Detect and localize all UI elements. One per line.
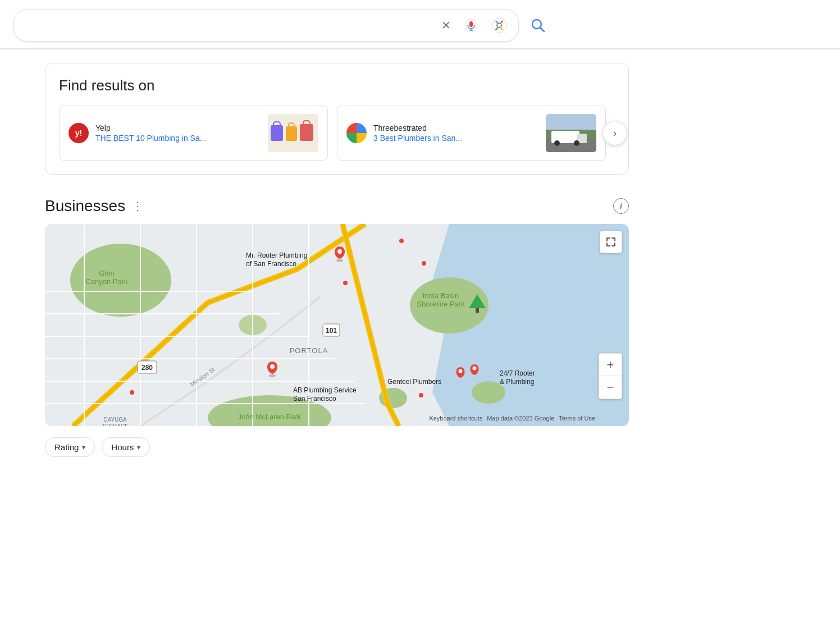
threebestrated-thumbnail (546, 114, 596, 152)
threebestrated-source-name: Threebestrated (373, 124, 539, 132)
svg-text:Mr. Rooter Plumbing: Mr. Rooter Plumbing (246, 252, 307, 259)
threebestrated-logo (346, 123, 367, 143)
svg-text:India Basin: India Basin (423, 291, 459, 300)
svg-point-71 (459, 369, 463, 373)
svg-line-7 (540, 28, 544, 31)
hours-filter-button[interactable]: Hours ▾ (102, 437, 150, 457)
truck-thumb-img (546, 114, 596, 152)
yelp-source-name: Yelp (95, 124, 261, 132)
expand-icon (605, 236, 617, 248)
businesses-title: Businesses (45, 197, 125, 215)
zoom-in-button[interactable]: + (599, 354, 622, 376)
svg-point-64 (336, 259, 343, 262)
svg-text:24/7 Rooter: 24/7 Rooter (500, 369, 535, 377)
svg-rect-13 (300, 124, 313, 141)
svg-point-22 (574, 140, 579, 146)
find-results-card: Find results on y! Yelp THE BEST 10 Plum… (45, 63, 629, 175)
svg-text:AB Plumbing Service: AB Plumbing Service (293, 386, 357, 394)
map-attribution: Keyboard shortcuts Map data ©2023 Google… (429, 415, 595, 422)
map-zoom-controls: + − (599, 353, 622, 399)
map-background: 101 280 Glen Canyon Park India Basin Sho… (45, 224, 629, 426)
svg-point-66 (343, 281, 348, 285)
svg-point-21 (554, 140, 560, 146)
svg-text:101: 101 (326, 327, 337, 335)
results-row: y! Yelp THE BEST 10 Plumbing in Sa... (59, 106, 615, 161)
svg-text:of San Francisco: of San Francisco (246, 260, 296, 268)
search-input[interactable]: plumbers in San Francisco (23, 20, 439, 31)
search-icons: ✕ (439, 15, 509, 35)
next-button[interactable]: › (602, 121, 627, 145)
svg-point-73 (130, 390, 134, 395)
yelp-result-item[interactable]: y! Yelp THE BEST 10 Plumbing in Sa... (59, 106, 328, 161)
svg-point-69 (269, 374, 276, 377)
svg-point-74 (419, 393, 423, 397)
map-data-link[interactable]: Map data ©2023 Google (487, 415, 554, 422)
businesses-title-row: Businesses ⋮ (45, 197, 143, 215)
yelp-thumbnail (268, 114, 318, 152)
svg-point-70 (270, 364, 275, 369)
hours-filter-label: Hours (111, 442, 134, 452)
search-bar-container: plumbers in San Francisco ✕ (0, 0, 840, 49)
threebestrated-result-link: 3 Best Plumbers in San... (373, 134, 539, 143)
voice-search-button[interactable] (462, 16, 480, 34)
keyboard-shortcuts-link[interactable]: Keyboard shortcuts (429, 415, 482, 422)
search-bar: plumbers in San Francisco ✕ (13, 9, 519, 42)
svg-rect-51 (476, 308, 479, 313)
threebestrated-result-text: Threebestrated 3 Best Plumbers in San... (373, 124, 539, 143)
main-content: Find results on y! Yelp THE BEST 10 Plum… (0, 49, 674, 470)
threebestrated-result-item[interactable]: Threebestrated 3 Best Plumbers in San... (337, 106, 606, 161)
lens-icon (491, 17, 507, 33)
svg-text:CAYUGA: CAYUGA (103, 417, 127, 423)
clear-button[interactable]: ✕ (439, 16, 453, 34)
svg-text:San Francisco: San Francisco (293, 395, 336, 403)
svg-rect-11 (286, 126, 297, 141)
businesses-section: Businesses ⋮ i (45, 197, 629, 457)
rating-filter-button[interactable]: Rating ▾ (45, 437, 95, 457)
svg-point-67 (399, 239, 404, 243)
rating-filter-label: Rating (54, 442, 79, 452)
terms-link[interactable]: Terms of Use (559, 415, 595, 422)
svg-text:TERRACE: TERRACE (102, 423, 129, 426)
search-icon (530, 17, 546, 33)
yelp-thumb-img (268, 114, 318, 152)
more-options-button[interactable]: ⋮ (132, 199, 143, 213)
lens-button[interactable] (489, 15, 509, 35)
svg-text:Genteel Plumbers: Genteel Plumbers (387, 378, 441, 386)
svg-rect-1 (469, 21, 473, 27)
map-expand-button[interactable] (600, 231, 622, 253)
svg-point-72 (473, 367, 477, 371)
svg-text:Shoreline Park: Shoreline Park (417, 300, 465, 308)
svg-point-68 (422, 261, 426, 266)
svg-text:Canyon Park: Canyon Park (85, 277, 128, 286)
find-results-title: Find results on (59, 77, 615, 94)
svg-text:Glen: Glen (99, 269, 114, 277)
info-button[interactable]: i (613, 198, 629, 214)
mic-icon (464, 19, 478, 32)
svg-text:John McLaren Park: John McLaren Park (238, 413, 302, 421)
rating-dropdown-arrow: ▾ (82, 443, 85, 451)
yelp-logo: y! (69, 123, 89, 143)
svg-rect-9 (271, 125, 283, 141)
svg-text:& Plumbing: & Plumbing (500, 378, 534, 386)
zoom-out-button[interactable]: − (599, 376, 622, 399)
filter-row: Rating ▾ Hours ▾ (45, 437, 629, 457)
search-button[interactable] (528, 15, 548, 35)
yelp-result-link: THE BEST 10 Plumbing in Sa... (95, 134, 261, 143)
yelp-result-text: Yelp THE BEST 10 Plumbing in Sa... (95, 124, 261, 143)
svg-point-65 (337, 249, 342, 254)
svg-text:PORTOLA: PORTOLA (290, 346, 328, 355)
map-svg: 101 280 Glen Canyon Park India Basin Sho… (45, 224, 629, 426)
map-container[interactable]: 101 280 Glen Canyon Park India Basin Sho… (45, 224, 629, 426)
svg-point-5 (497, 23, 501, 28)
svg-text:280: 280 (141, 364, 153, 372)
hours-dropdown-arrow: ▾ (137, 443, 140, 451)
businesses-header: Businesses ⋮ i (45, 197, 629, 215)
svg-point-4 (492, 18, 506, 33)
